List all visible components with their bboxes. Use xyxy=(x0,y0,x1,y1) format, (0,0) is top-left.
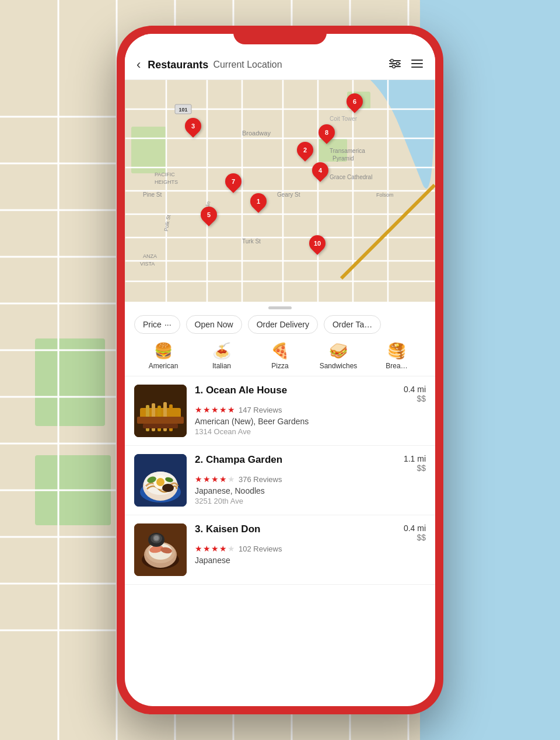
phone-screen: ‹ Restaurants Current Location xyxy=(125,34,435,706)
svg-point-99 xyxy=(154,536,159,540)
location-subtitle: Current Location xyxy=(213,60,384,70)
svg-text:Coit Tower: Coit Tower xyxy=(330,116,358,122)
italian-icon: 🍝 xyxy=(212,343,231,358)
cuisine-3: Japanese xyxy=(195,556,426,565)
scroll-handle xyxy=(268,306,292,309)
map-pin-4[interactable]: 4 xyxy=(312,162,328,182)
order-ta-filter[interactable]: Order Ta… xyxy=(324,315,381,334)
map-pin-3[interactable]: 3 xyxy=(185,118,201,138)
category-american[interactable]: 🍔 American xyxy=(134,343,192,370)
svg-text:Folsom: Folsom xyxy=(376,192,394,198)
back-button[interactable]: ‹ xyxy=(136,57,141,72)
sandwiches-icon: 🥪 xyxy=(329,343,348,358)
star-1-1: ★ xyxy=(195,405,202,414)
filter-chips: Price ··· Open Now Order Delivery Order … xyxy=(125,312,435,340)
restaurant-image-2 xyxy=(134,454,187,507)
restaurant-item-1[interactable]: 1. Ocean Ale House 0.4 mi $$ ★ ★ ★ ★ ★ xyxy=(125,376,435,446)
pizza-icon: 🍕 xyxy=(271,343,289,358)
list-icon[interactable] xyxy=(411,58,424,72)
star-2-2: ★ xyxy=(203,474,211,484)
svg-rect-35 xyxy=(131,127,166,173)
price-filter[interactable]: Price ··· xyxy=(134,315,180,334)
restaurant-image-1 xyxy=(134,385,187,437)
svg-text:PACIFIC: PACIFIC xyxy=(155,172,175,177)
svg-text:VISTA: VISTA xyxy=(140,261,155,267)
restaurant-name-3: 3. Kaisen Don xyxy=(195,523,399,535)
price-dots: ··· xyxy=(164,320,172,329)
star-3-2: ★ xyxy=(203,544,211,553)
stars-1: ★ ★ ★ ★ ★ xyxy=(195,405,235,414)
star-3-3: ★ xyxy=(211,544,219,553)
svg-rect-78 xyxy=(137,417,184,424)
breakfast-icon: 🥞 xyxy=(387,343,406,358)
svg-text:101: 101 xyxy=(178,107,187,113)
delivery-filter[interactable]: Order Delivery xyxy=(248,315,318,334)
restaurant-header-2: 2. Champa Garden 1.1 mi $$ xyxy=(195,454,426,473)
cuisine-2: Japanese, Noodles xyxy=(195,486,426,495)
restaurant-name-1: 1. Ocean Ale House xyxy=(195,385,399,396)
distance-mi-1: 0.4 mi xyxy=(404,385,426,394)
header-icons xyxy=(388,58,424,72)
category-breakfast[interactable]: 🥞 Brea… xyxy=(368,343,426,370)
stars-2: ★ ★ ★ ★ ★ xyxy=(195,474,235,484)
open-now-filter[interactable]: Open Now xyxy=(186,315,242,334)
phone-notch xyxy=(233,26,327,44)
pizza-label: Pizza xyxy=(271,362,288,370)
review-count-3: 102 Reviews xyxy=(239,544,282,553)
restaurant-item-2[interactable]: 2. Champa Garden 1.1 mi $$ ★ ★ ★ ★ ★ xyxy=(125,446,435,515)
svg-point-30 xyxy=(393,65,396,68)
star-1-2: ★ xyxy=(203,405,211,414)
svg-text:Transamerica: Transamerica xyxy=(330,148,365,154)
restaurant-header-1: 1. Ocean Ale House 0.4 mi $$ xyxy=(195,385,426,403)
svg-rect-2 xyxy=(35,338,105,426)
american-label: American xyxy=(149,362,178,370)
map-pin-5[interactable]: 5 xyxy=(201,207,217,226)
map-section[interactable]: Broadway Polk St Franklin Geary St Turk … xyxy=(125,80,435,302)
distance-price-2: $$ xyxy=(404,463,426,473)
svg-text:Turk St: Turk St xyxy=(242,238,261,245)
category-row: 🍔 American 🍝 Italian 🍕 Pizza 🥪 Sandwiche… xyxy=(125,340,435,376)
category-sandwiches[interactable]: 🥪 Sandwiches xyxy=(309,343,368,370)
address-1: 1314 Ocean Ave xyxy=(195,427,426,436)
restaurant-info-1: 1. Ocean Ale House 0.4 mi $$ ★ ★ ★ ★ ★ xyxy=(195,385,426,437)
star-2-4: ★ xyxy=(219,474,227,484)
star-1-4: ★ xyxy=(219,405,227,414)
category-pizza[interactable]: 🍕 Pizza xyxy=(251,343,309,370)
order-ta-label: Order Ta… xyxy=(332,320,372,329)
distance-price-3: $$ xyxy=(404,533,426,542)
page-title: Restaurants xyxy=(148,59,208,71)
restaurant-distance-2: 1.1 mi $$ xyxy=(404,454,426,473)
distance-mi-3: 0.4 mi xyxy=(404,523,426,533)
map-pin-10[interactable]: 10 xyxy=(309,235,326,255)
svg-text:ANZA: ANZA xyxy=(143,253,157,259)
star-2-5: ★ xyxy=(228,474,235,484)
star-2-3: ★ xyxy=(211,474,219,484)
map-pin-6[interactable]: 6 xyxy=(346,93,363,113)
filter-icon[interactable] xyxy=(388,58,401,72)
italian-label: Italian xyxy=(212,362,231,370)
review-count-1: 147 Reviews xyxy=(239,406,282,414)
distance-price-1: $$ xyxy=(404,394,426,403)
category-italian[interactable]: 🍝 Italian xyxy=(192,343,251,370)
star-1-5: ★ xyxy=(228,405,235,414)
delivery-label: Order Delivery xyxy=(257,320,309,329)
svg-text:HEIGHTS: HEIGHTS xyxy=(155,179,178,185)
map-pin-1[interactable]: 1 xyxy=(250,193,267,213)
star-1-3: ★ xyxy=(211,405,219,414)
map-pin-2[interactable]: 2 xyxy=(297,142,313,162)
restaurant-header-3: 3. Kaisen Don 0.4 mi $$ xyxy=(195,523,426,542)
stars-row-1: ★ ★ ★ ★ ★ 147 Reviews xyxy=(195,405,426,414)
map-pin-7[interactable]: 7 xyxy=(225,173,242,193)
restaurant-image-3 xyxy=(134,523,187,576)
restaurant-item-3[interactable]: 3. Kaisen Don 0.4 mi $$ ★ ★ ★ ★ ★ xyxy=(125,515,435,585)
restaurant-distance-3: 0.4 mi $$ xyxy=(404,523,426,542)
map-pin-8[interactable]: 8 xyxy=(318,124,335,144)
stars-row-3: ★ ★ ★ ★ ★ 102 Reviews xyxy=(195,544,426,553)
phone-frame: ‹ Restaurants Current Location xyxy=(117,26,443,714)
sandwiches-label: Sandwiches xyxy=(320,362,358,370)
star-3-1: ★ xyxy=(195,544,202,553)
svg-point-29 xyxy=(397,62,400,65)
price-label: Price xyxy=(143,320,162,329)
star-3-4: ★ xyxy=(219,544,227,553)
svg-point-85 xyxy=(156,478,164,486)
